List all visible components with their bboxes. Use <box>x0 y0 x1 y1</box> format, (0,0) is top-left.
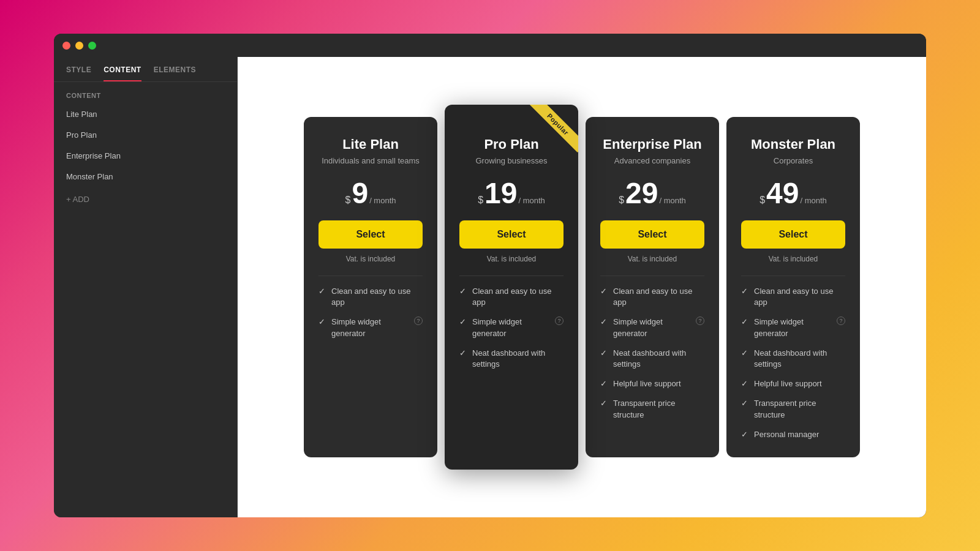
sidebar-item-enterprise-plan[interactable]: Enterprise Plan ⎘ 🗑 <box>59 146 232 165</box>
lite-divider <box>318 276 423 276</box>
pro-feature-3-text: Neat dashboard with settings <box>472 348 564 370</box>
tab-elements[interactable]: ELEMENTS <box>154 66 196 81</box>
lite-feature-2-text: Simple widget generator <box>331 317 405 339</box>
help-icon[interactable]: ? <box>414 317 423 325</box>
pro-select-button[interactable]: Select <box>459 220 564 249</box>
monster-price-period: / month <box>800 196 826 205</box>
sidebar-tabs: STYLE CONTENT ELEMENTS <box>54 57 237 82</box>
lite-select-button[interactable]: Select <box>318 220 423 249</box>
sidebar-item-enterprise-plan-label: Enterprise Plan <box>66 151 208 160</box>
monster-feature-5: ✓ Transparent price structure <box>741 398 845 420</box>
delete-icon[interactable]: 🗑 <box>216 171 225 181</box>
sidebar-item-lite-plan-label: Lite Plan <box>66 110 208 119</box>
enterprise-feature-4: ✓ Helpful live support <box>600 378 704 389</box>
pro-price-amount: 19 <box>484 179 517 208</box>
pro-feature-1-text: Clean and easy to use app <box>472 286 564 308</box>
monster-feature-6: ✓ Personal manager <box>741 429 845 440</box>
checkmark-icon: ✓ <box>459 317 466 326</box>
enterprise-price-period: / month <box>659 196 685 205</box>
sidebar-item-monster-plan[interactable]: Monster Plan ⎘ 🗑 <box>59 167 232 186</box>
lite-plan-price: $ 9 / month <box>318 179 423 208</box>
pro-feature-2: ✓ Simple widget generator ? <box>459 317 564 339</box>
help-icon[interactable]: ? <box>555 317 564 325</box>
lite-plan-name: Lite Plan <box>318 137 423 152</box>
minimize-button[interactable] <box>75 42 83 50</box>
checkmark-icon: ✓ <box>741 317 748 326</box>
pro-vat-note: Vat. is included <box>459 255 564 263</box>
pro-divider <box>459 276 564 276</box>
lite-feature-1-text: Clean and easy to use app <box>331 286 423 308</box>
checkmark-icon: ✓ <box>600 348 607 358</box>
monster-feature-5-text: Transparent price structure <box>754 398 845 420</box>
enterprise-plan-desc: Advanced companies <box>600 156 704 165</box>
monster-price-currency: $ <box>760 195 765 206</box>
monster-divider <box>741 276 845 276</box>
monster-feature-1: ✓ Clean and easy to use app <box>741 286 845 308</box>
sidebar: STYLE CONTENT ELEMENTS CONTENT Lite Plan… <box>54 57 238 517</box>
enterprise-feature-list: ✓ Clean and easy to use app ✓ Simple wid… <box>600 286 704 421</box>
monster-plan-name: Monster Plan <box>741 137 845 152</box>
checkmark-icon: ✓ <box>741 287 748 296</box>
sidebar-item-pro-plan-label: Pro Plan <box>66 130 208 140</box>
monster-feature-1-text: Clean and easy to use app <box>754 286 845 308</box>
sidebar-item-lite-plan[interactable]: Lite Plan ⎘ 🗑 <box>59 104 232 124</box>
lite-vat-note: Vat. is included <box>318 255 423 263</box>
enterprise-vat-note: Vat. is included <box>600 255 704 263</box>
monster-feature-2: ✓ Simple widget generator ? <box>741 317 845 339</box>
enterprise-feature-3: ✓ Neat dashboard with settings <box>600 348 704 370</box>
monster-feature-3: ✓ Neat dashboard with settings <box>741 348 845 370</box>
pro-price-currency: $ <box>478 195 483 206</box>
lite-price-period: / month <box>369 196 396 205</box>
pro-plan-price: $ 19 / month <box>459 179 564 208</box>
add-plan-button[interactable]: + ADD <box>54 189 237 210</box>
lite-feature-2: ✓ Simple widget generator ? <box>318 317 423 339</box>
monster-vat-note: Vat. is included <box>741 255 845 263</box>
titlebar <box>54 34 926 57</box>
copy-icon[interactable]: ⎘ <box>208 171 213 181</box>
monster-plan-price: $ 49 / month <box>741 179 845 208</box>
copy-icon[interactable]: ⎘ <box>208 109 213 119</box>
maximize-button[interactable] <box>88 42 96 50</box>
checkmark-icon: ✓ <box>459 287 466 296</box>
lite-feature-1: ✓ Clean and easy to use app <box>318 286 423 308</box>
sidebar-item-pro-plan[interactable]: Pro Plan ⎘ 🗑 <box>59 125 232 144</box>
monster-plan-desc: Corporates <box>741 156 845 165</box>
delete-icon[interactable]: 🗑 <box>216 151 225 160</box>
monster-feature-2-text: Simple widget generator <box>754 317 828 339</box>
enterprise-feature-2-text: Simple widget generator <box>613 317 687 339</box>
copy-icon[interactable]: ⎘ <box>208 130 213 140</box>
tab-style[interactable]: STYLE <box>66 66 91 81</box>
help-icon[interactable]: ? <box>696 317 704 325</box>
sidebar-item-monster-plan-label: Monster Plan <box>66 172 208 181</box>
popular-badge-label: Popular <box>530 105 578 152</box>
delete-icon[interactable]: 🗑 <box>216 130 225 140</box>
lite-plan-card: Lite Plan Individuals and small teams $ … <box>304 117 437 457</box>
pro-feature-3: ✓ Neat dashboard with settings <box>459 348 564 370</box>
checkmark-icon: ✓ <box>741 430 748 439</box>
help-icon[interactable]: ? <box>837 317 845 325</box>
pro-feature-list: ✓ Clean and easy to use app ✓ Simple wid… <box>459 286 564 370</box>
checkmark-icon: ✓ <box>600 317 607 326</box>
checkmark-icon: ✓ <box>600 379 607 388</box>
tab-content[interactable]: CONTENT <box>104 66 141 81</box>
enterprise-feature-5-text: Transparent price structure <box>613 398 704 420</box>
enterprise-plan-name: Enterprise Plan <box>600 137 704 152</box>
pro-feature-1: ✓ Clean and easy to use app <box>459 286 564 308</box>
lite-price-amount: 9 <box>352 179 368 208</box>
pro-price-period: / month <box>518 196 545 205</box>
main-canvas: Lite Plan Individuals and small teams $ … <box>238 57 926 517</box>
delete-icon[interactable]: 🗑 <box>216 109 225 119</box>
pro-plan-card: Popular Pro Plan Growing businesses $ 19… <box>445 105 578 470</box>
checkmark-icon: ✓ <box>741 348 748 358</box>
monster-select-button[interactable]: Select <box>741 220 845 249</box>
monster-plan-card: Monster Plan Corporates $ 49 / month Sel… <box>726 117 860 457</box>
close-button[interactable] <box>62 42 70 50</box>
copy-icon[interactable]: ⎘ <box>208 151 213 160</box>
enterprise-feature-3-text: Neat dashboard with settings <box>613 348 704 370</box>
monster-feature-list: ✓ Clean and easy to use app ✓ Simple wid… <box>741 286 845 440</box>
pricing-grid: Lite Plan Individuals and small teams $ … <box>300 117 864 457</box>
app-window: STYLE CONTENT ELEMENTS CONTENT Lite Plan… <box>54 34 926 517</box>
enterprise-select-button[interactable]: Select <box>600 220 704 249</box>
enterprise-feature-5: ✓ Transparent price structure <box>600 398 704 420</box>
pro-feature-2-text: Simple widget generator <box>472 317 546 339</box>
